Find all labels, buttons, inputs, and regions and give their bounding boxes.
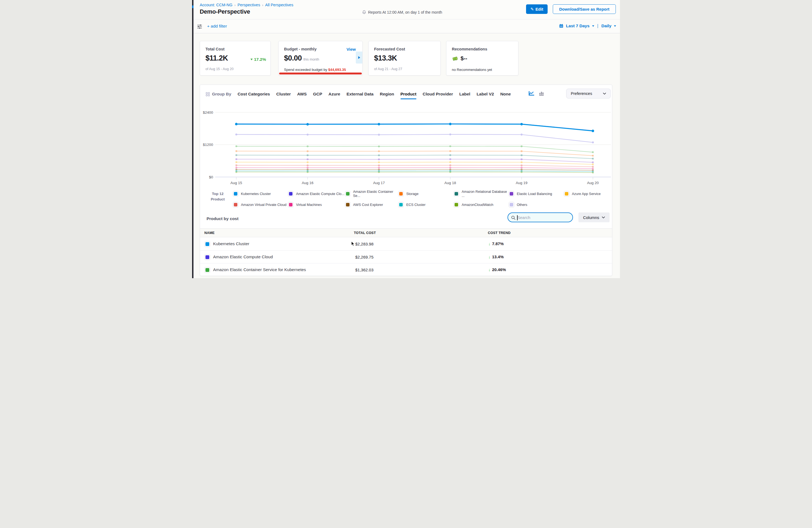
- tab-azure[interactable]: Azure: [329, 92, 340, 97]
- chevron-down-icon[interactable]: [592, 25, 594, 27]
- column-header-name[interactable]: NAME: [204, 231, 215, 235]
- granularity-select[interactable]: Daily: [601, 24, 611, 28]
- series-swatch: [288, 202, 294, 207]
- legend-item[interactable]: Kubernetes Cluster: [233, 190, 288, 198]
- search-box: [508, 212, 573, 222]
- recommendations-value-row: $--: [452, 55, 467, 62]
- breadcrumb-all-perspectives[interactable]: All Perspectives: [265, 3, 293, 7]
- chevron-right-icon: ›: [234, 3, 235, 7]
- reports-note: Reports At 12:00 AM, on day 1 of the mon…: [368, 10, 442, 14]
- section-title: Product by cost: [206, 216, 238, 221]
- search-input[interactable]: [517, 214, 571, 221]
- arrow-down-icon: ↓: [489, 254, 491, 259]
- card-title: Budget - monthly: [284, 47, 317, 51]
- recommendations-card: Recommendations $-- no Recommendations y…: [446, 41, 518, 75]
- table-row[interactable]: Amazon Elastic Compute Cloud $2,269.75 ↓…: [200, 251, 612, 264]
- chevron-down-icon: [603, 93, 606, 94]
- cost-trend-cell: ↓20.46%: [489, 267, 506, 272]
- legend-item[interactable]: Storage: [398, 190, 453, 198]
- legend-item[interactable]: Others: [509, 202, 564, 207]
- budget-card: Budget - monthly View $0.00this month Sp…: [278, 41, 363, 75]
- arrow-down-icon: ↓: [489, 267, 491, 272]
- legend-item[interactable]: AWS Cost Explorer: [345, 202, 398, 207]
- chevron-down-icon[interactable]: [614, 25, 616, 27]
- series-swatch: [398, 202, 404, 207]
- svg-text:$2400: $2400: [203, 111, 213, 115]
- arrow-down-icon: ↓: [489, 241, 491, 246]
- series-swatch: [345, 202, 351, 207]
- card-title: Recommendations: [452, 47, 487, 51]
- legend-item[interactable]: ECS Cluster: [398, 202, 453, 207]
- legend-item[interactable]: Amazon Elastic Compute Clo...: [288, 190, 345, 198]
- chevron-down-icon: [602, 217, 605, 218]
- cost-delta: 17.2%: [250, 57, 266, 62]
- period-label: of Aug 15 - Aug 20: [205, 67, 234, 71]
- tab-label-v2[interactable]: Label V2: [477, 92, 494, 97]
- series-swatch: [288, 191, 294, 197]
- download-save-report-button[interactable]: Download/Save as Report: [553, 4, 616, 14]
- column-header-total-cost[interactable]: TOTAL COST: [354, 231, 376, 235]
- tab-region[interactable]: Region: [380, 92, 394, 97]
- table-row[interactable]: Amazon Elastic Container Service for Kub…: [200, 263, 612, 276]
- tab-cost-categories[interactable]: Cost Categories: [238, 92, 270, 97]
- column-header-cost-trend[interactable]: COST TREND: [488, 231, 510, 235]
- legend-item[interactable]: Azure App Service: [564, 190, 600, 198]
- product-name: Amazon Elastic Container Service for Kub…: [213, 267, 306, 272]
- tab-product[interactable]: Product: [401, 92, 417, 97]
- date-range-select[interactable]: Last 7 Days: [566, 24, 589, 28]
- chart-legend: Kubernetes Cluster Amazon Elastic Comput…: [233, 190, 600, 207]
- breadcrumb: Account: CCM-NG › Perspectives › All Per…: [200, 3, 293, 7]
- budget-view-link[interactable]: View: [347, 47, 356, 52]
- tab-none[interactable]: None: [500, 92, 511, 97]
- series-swatch: [233, 202, 238, 207]
- table-row[interactable]: Kubernetes Cluster $2,283.98 ↓7.87%: [200, 237, 612, 251]
- edit-button[interactable]: ✎ Edit: [526, 4, 548, 14]
- this-month-label: this month: [303, 58, 319, 61]
- bar-chart-icon[interactable]: [539, 91, 544, 96]
- svg-text:Aug 20: Aug 20: [587, 181, 599, 185]
- filter-bar: + add filter Last 7 Days | Daily: [193, 20, 620, 33]
- ccm-perspective-page: Account: CCM-NG › Perspectives › All Per…: [192, 0, 620, 278]
- add-filter-button[interactable]: + add filter: [207, 24, 227, 29]
- breadcrumb-account[interactable]: Account: CCM-NG: [200, 3, 232, 7]
- tab-cluster[interactable]: Cluster: [276, 92, 291, 97]
- filter-sliders-icon[interactable]: [197, 24, 202, 30]
- tab-aws[interactable]: AWS: [297, 92, 307, 97]
- group-by-row: Group By Cost Categories Cluster AWS GCP…: [206, 89, 511, 99]
- line-chart-icon[interactable]: [528, 91, 535, 96]
- reports-schedule: Reports At 12:00 AM, on day 1 of the mon…: [362, 10, 442, 14]
- bell-icon: [362, 10, 366, 14]
- columns-dropdown[interactable]: Columns: [578, 212, 610, 222]
- period-label: of Aug 21 - Aug 27: [374, 67, 402, 71]
- tab-gcp[interactable]: GCP: [313, 92, 322, 97]
- budget-value: $0.00this month: [284, 54, 319, 62]
- group-by-label: Group By: [206, 92, 231, 97]
- recommendations-value: $--: [461, 55, 467, 62]
- preferences-dropdown[interactable]: Preferences: [566, 89, 611, 99]
- svg-text:Aug 16: Aug 16: [302, 181, 314, 185]
- series-swatch: [204, 254, 211, 260]
- svg-text:Aug 18: Aug 18: [445, 181, 456, 185]
- next-budget-arrow-button[interactable]: [356, 52, 362, 63]
- legend-item[interactable]: Amazon Elastic Container Se...: [345, 190, 398, 198]
- legend-item[interactable]: Amazon Relational Database ...: [453, 190, 509, 198]
- chevron-right-icon: ›: [262, 3, 263, 7]
- legend-item[interactable]: Virtual Machines: [288, 202, 345, 207]
- svg-text:$1200: $1200: [203, 143, 213, 147]
- collapsed-sidebar[interactable]: [192, 0, 193, 278]
- grid-icon: [206, 92, 210, 96]
- legend-item[interactable]: AmazonCloudWatch: [453, 202, 509, 207]
- breadcrumb-perspectives[interactable]: Perspectives: [237, 3, 260, 7]
- page-header: Account: CCM-NG › Perspectives › All Per…: [193, 0, 620, 19]
- tab-cloud-provider[interactable]: Cloud Provider: [423, 92, 453, 97]
- card-title: Total Cost: [205, 47, 224, 51]
- tab-label[interactable]: Label: [459, 92, 470, 97]
- series-swatch: [564, 191, 569, 197]
- legend-item[interactable]: Amazon Virtual Private Cloud: [233, 202, 288, 207]
- cost-trend-chart[interactable]: $2400$1200$0Aug 15Aug 16Aug 17Aug 18Aug …: [200, 107, 612, 187]
- chart-type-toggles: [528, 91, 544, 96]
- legend-item[interactable]: Elastic Load Balancing: [509, 190, 564, 198]
- series-swatch: [509, 191, 514, 197]
- pencil-icon: ✎: [531, 7, 534, 12]
- tab-external-data[interactable]: External Data: [347, 92, 374, 97]
